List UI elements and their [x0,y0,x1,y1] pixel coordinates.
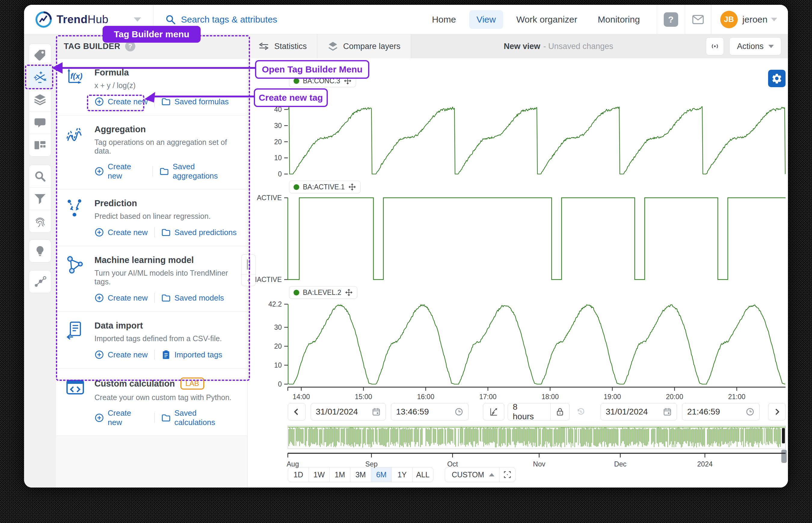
nav-monitoring[interactable]: Monitoring [591,10,647,29]
history-back-button[interactable] [571,403,590,420]
create-new-data-import-link[interactable]: Create new [94,350,148,360]
folder-icon [161,97,171,106]
live-mode-button[interactable] [706,37,724,55]
trend-mode-button[interactable] [483,403,504,420]
app-logo[interactable]: TrendHub [35,11,109,28]
move-icon[interactable] [345,289,353,296]
svg-text:0: 0 [278,380,282,388]
avatar[interactable]: JB [720,11,738,28]
create-new-custom-calculation-link[interactable]: Create new [94,409,148,427]
svg-text:30: 30 [274,122,282,129]
folder-icon [159,166,169,176]
circle-plus-icon [94,413,104,422]
sidebar-item-tags[interactable] [29,44,51,67]
focus-range-button[interactable] [499,470,515,479]
statistics-button[interactable]: Statistics [248,34,317,58]
chart-settings-button[interactable] [768,70,785,87]
user-menu-caret-icon[interactable] [771,18,777,21]
tagbuilder-section-formula: f(x)Formulax + y / log(z)Create newSaved… [56,59,247,115]
drag-handle-icon[interactable] [242,255,255,274]
create-new-aggregation-link[interactable]: Create new [94,162,146,181]
saved-custom-calculation-link[interactable]: Saved calculations [161,409,240,427]
view-toolbar: Statistics Compare layers New view - Uns… [248,34,788,59]
chevron-left-icon [293,407,300,416]
folder-icon [161,413,171,422]
move-icon[interactable] [348,183,356,191]
svg-text:30: 30 [274,323,282,331]
create-new-formula-link[interactable]: Create new [94,97,148,106]
sidebar-item-dashboard[interactable] [29,134,51,156]
compare-layers-icon [328,41,338,52]
compare-layers-button[interactable]: Compare layers [317,34,411,58]
tag-name: BA:LEVEL.2 [303,289,341,297]
end-time-field[interactable]: 21:46:59 [682,403,760,420]
sidebar-item-ideas[interactable] [29,240,51,262]
tagbuilder-section-prediction: PredictionPredict based on linear regres… [56,190,247,246]
sidebar-item-comments[interactable] [29,111,51,134]
start-time-field[interactable]: 13:46:59 [391,403,469,420]
section-description: Imported tags defined from a CSV-file. [94,334,222,343]
saved-prediction-link[interactable]: Saved predictions [161,228,237,237]
actions-button[interactable]: Actions [729,37,781,55]
tag-builder-sections: f(x)Formulax + y / log(z)Create newSaved… [56,59,247,436]
create-new-prediction-link[interactable]: Create new [94,228,148,237]
lab-badge: LAB [180,378,204,390]
help-button[interactable]: ? [664,12,678,27]
chart-plot: 010203040 [257,97,780,182]
panel-resize-handle[interactable]: ‹ [241,254,255,286]
search-input[interactable]: Search tags & attributes [165,14,277,25]
prediction-icon [63,198,87,237]
panel-help-icon[interactable]: ? [125,41,135,51]
mail-icon[interactable] [692,14,704,25]
context-strip[interactable] [257,426,780,449]
saved-aggregation-link[interactable]: Saved aggregations [159,162,240,181]
context-strip-handle[interactable] [781,450,787,463]
ml-model-icon [63,255,87,303]
nav-home[interactable]: Home [425,10,463,29]
month-label: Nov [533,460,545,468]
compare-layers-label: Compare layers [343,42,401,51]
svg-text:18:00: 18:00 [541,393,559,401]
duration-value: 8 hours [513,402,545,421]
folder-icon [161,293,171,303]
custom-caret-icon [489,473,494,476]
shift-back-button[interactable] [288,403,305,420]
lock-icon[interactable] [555,407,564,416]
duration-field[interactable]: 8 hours [508,403,570,420]
app-name: TrendHub [56,13,109,26]
custom-range-label: CUSTOM [452,470,484,479]
panel-title: TAG BUILDER [64,42,120,51]
sidebar-item-search[interactable] [29,165,51,187]
create-new-ml-model-link[interactable]: Create new [94,293,148,303]
tagbuilder-section-data-import: Data importImported tags defined from a … [56,312,247,368]
nav-view[interactable]: View [469,10,503,29]
series-color-dot [294,184,299,190]
circle-plus-icon [94,293,104,303]
tag-builder-panel: TAG BUILDER ? f(x)Formulax + y / log(z)C… [56,34,248,488]
chart-plot: ACTIVEINACTIVE [257,191,780,287]
end-date-field[interactable]: 31/01/2024 [601,403,677,420]
svg-text:20: 20 [274,342,282,350]
sidebar-item-context-graph[interactable] [29,271,51,293]
saved-formula-link[interactable]: Saved formulas [161,97,229,106]
saved-ml-model-link[interactable]: Saved models [161,293,224,303]
app-switcher-caret-icon[interactable] [134,17,141,22]
clipboard-icon [161,350,171,360]
sidebar-item-fingerprint[interactable] [29,210,51,232]
trendhub-logo-icon [35,11,52,28]
rail-group [29,239,51,263]
sidebar-item-filter[interactable] [29,187,51,210]
tagbuilder-section-aggregation: AggregationTag operations on an aggregat… [56,115,247,190]
saved-data-import-link[interactable]: Imported tags [161,350,222,360]
end-date-value: 31/01/2024 [606,407,652,417]
step-trend-icon [489,407,498,416]
sidebar-item-layers[interactable] [29,89,51,111]
nav-work-organizer[interactable]: Work organizer [509,10,585,29]
svg-text:14:00: 14:00 [293,393,310,401]
tagbuilder-section-custom-calculation: Custom calculationLABCreate your own cus… [56,368,247,436]
collapse-panel-icon[interactable]: ‹ [242,274,255,286]
sidebar-item-tag-builder[interactable] [29,67,51,89]
shift-forward-button[interactable] [768,403,785,420]
svg-text:16:00: 16:00 [417,393,435,401]
start-date-field[interactable]: 31/01/2024 [311,403,386,420]
